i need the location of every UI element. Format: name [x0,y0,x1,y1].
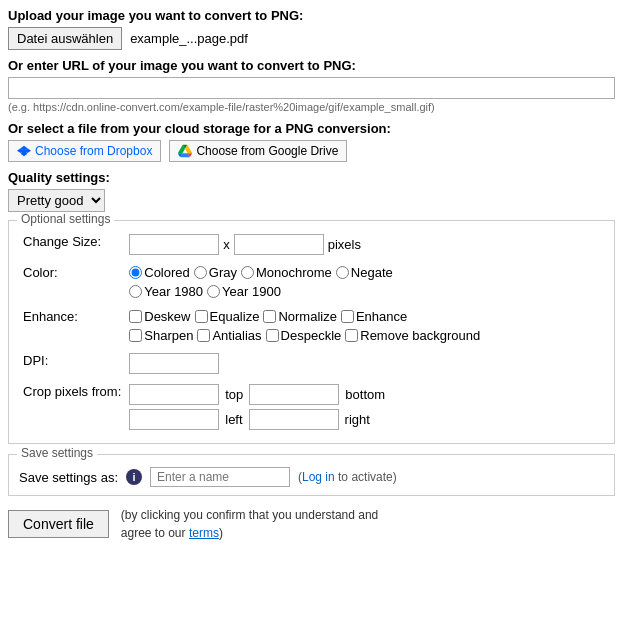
convert-button[interactable]: Convert file [8,510,109,538]
enhance-antialias-check[interactable] [197,329,210,342]
color-monochrome[interactable]: Monochrome [241,265,332,280]
url-section: Or enter URL of your image you want to c… [8,58,615,113]
crop-bottom-label: bottom [345,387,385,402]
enhance-despeckle-check[interactable] [266,329,279,342]
crop-top-row: top bottom [129,384,600,405]
quality-section: Quality settings: Low Pretty good Good V… [8,170,615,212]
url-hint: (e.g. https://cdn.online-convert.com/exa… [8,101,615,113]
color-row: Color: Colored Gray Monochrome [19,260,604,304]
color-radio-group: Colored Gray Monochrome Negate [129,265,600,280]
dropbox-icon [17,144,31,158]
enhance-despeckle[interactable]: Despeckle [266,328,342,343]
upload-row: Datei auswählen example_...page.pdf [8,27,615,50]
size-width-input[interactable] [129,234,219,255]
gdrive-label: Choose from Google Drive [196,144,338,158]
cloud-section: Or select a file from your cloud storage… [8,121,615,162]
enhance-remove-bg-check[interactable] [345,329,358,342]
size-row: x pixels [129,234,600,255]
login-text: (Log in to activate) [298,470,397,484]
color-colored-radio[interactable] [129,266,142,279]
filename-label: example_...page.pdf [130,31,248,46]
settings-table: Change Size: x pixels Color: Colo [19,229,604,435]
enhance-equalize-check[interactable] [195,310,208,323]
size-x-label: x [223,237,230,252]
convert-note-line1: (by clicking you confirm that you unders… [121,508,378,522]
dropbox-label: Choose from Dropbox [35,144,152,158]
quality-title: Quality settings: [8,170,615,185]
size-height-input[interactable] [234,234,324,255]
dropbox-button[interactable]: Choose from Dropbox [8,140,161,162]
enhance-normalize-check[interactable] [263,310,276,323]
enhance-label: Enhance: [19,304,125,348]
enhance-normalize[interactable]: Normalize [263,309,337,324]
crop-top-input[interactable] [129,384,219,405]
dpi-row: DPI: [19,348,604,379]
color-options: Colored Gray Monochrome Negate [125,260,604,304]
terms-link[interactable]: terms [189,526,219,540]
convert-row: Convert file (by clicking you confirm th… [8,506,615,542]
convert-note-line2: agree to our [121,526,186,540]
crop-left-input[interactable] [129,409,219,430]
convert-note: (by clicking you confirm that you unders… [121,506,378,542]
crop-bottom-input[interactable] [249,384,339,405]
color-monochrome-radio[interactable] [241,266,254,279]
enhance-deskew[interactable]: Deskew [129,309,190,324]
enhance-antialias[interactable]: Antialias [197,328,261,343]
gdrive-button[interactable]: Choose from Google Drive [169,140,347,162]
enhance-remove-bg[interactable]: Remove background [345,328,480,343]
color-negate-radio[interactable] [336,266,349,279]
size-pixels-label: pixels [328,237,361,252]
save-legend: Save settings [17,446,97,460]
dpi-input-cell [125,348,604,379]
save-settings-box: Save settings Save settings as: i (Log i… [8,454,615,496]
change-size-label: Change Size: [19,229,125,260]
color-radio-group-2: Year 1980 Year 1900 [129,284,600,299]
upload-title: Upload your image you want to convert to… [8,8,615,23]
color-year1900-radio[interactable] [207,285,220,298]
info-icon: i [126,469,142,485]
convert-note-end: ) [219,526,223,540]
crop-top-label: top [225,387,243,402]
dpi-input[interactable] [129,353,219,374]
gdrive-icon [178,144,192,158]
enhance-equalize[interactable]: Equalize [195,309,260,324]
change-size-inputs: x pixels [125,229,604,260]
crop-left-label: left [225,412,242,427]
enhance-options: Deskew Equalize Normalize Enhance [125,304,604,348]
crop-left-row: left right [129,409,600,430]
color-year1900[interactable]: Year 1900 [207,284,281,299]
crop-right-input[interactable] [249,409,339,430]
color-gray-radio[interactable] [194,266,207,279]
enhance-deskew-check[interactable] [129,310,142,323]
cloud-title: Or select a file from your cloud storage… [8,121,615,136]
dpi-label: DPI: [19,348,125,379]
cloud-buttons: Choose from Dropbox Choose from Google D… [8,140,615,162]
enhance-enhance[interactable]: Enhance [341,309,407,324]
color-year1980[interactable]: Year 1980 [129,284,203,299]
login-link[interactable]: Log in [302,470,335,484]
save-row: Save settings as: i (Log in to activate) [19,467,604,487]
enhance-row: Enhance: Deskew Equalize Normalize [19,304,604,348]
color-negate[interactable]: Negate [336,265,393,280]
crop-inputs: top bottom left right [125,379,604,435]
url-title: Or enter URL of your image you want to c… [8,58,615,73]
change-size-row: Change Size: x pixels [19,229,604,260]
enhance-sharpen[interactable]: Sharpen [129,328,193,343]
enhance-checkbox-group-2: Sharpen Antialias Despeckle Remove backg… [129,328,600,343]
optional-settings-box: Optional settings Change Size: x pixels … [8,220,615,444]
crop-row: Crop pixels from: top bottom left right [19,379,604,435]
optional-legend: Optional settings [17,212,114,226]
url-input[interactable] [8,77,615,99]
save-label: Save settings as: [19,470,118,485]
enhance-checkbox-group-1: Deskew Equalize Normalize Enhance [129,309,600,324]
crop-label: Crop pixels from: [19,379,125,435]
enhance-enhance-check[interactable] [341,310,354,323]
color-colored[interactable]: Colored [129,265,190,280]
choose-file-button[interactable]: Datei auswählen [8,27,122,50]
color-label: Color: [19,260,125,304]
enhance-sharpen-check[interactable] [129,329,142,342]
color-gray[interactable]: Gray [194,265,237,280]
save-name-input[interactable] [150,467,290,487]
quality-select[interactable]: Low Pretty good Good Very good Excellent [8,189,105,212]
color-year1980-radio[interactable] [129,285,142,298]
